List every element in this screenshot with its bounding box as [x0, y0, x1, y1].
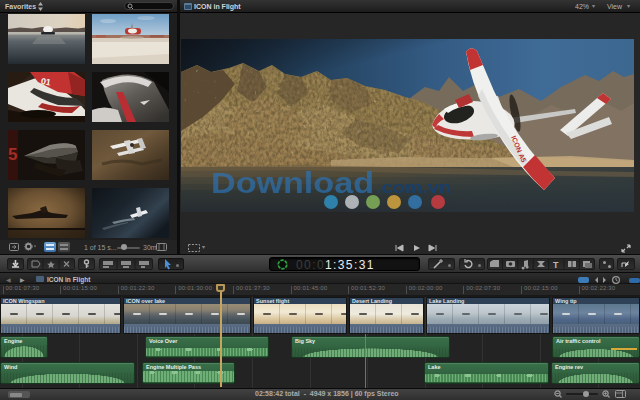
- svg-text:Download: Download: [211, 166, 374, 199]
- svg-text:5: 5: [8, 145, 17, 164]
- svg-text:T: T: [553, 260, 559, 270]
- svg-text:01: 01: [40, 76, 52, 88]
- svg-text:.com.vn: .com.vn: [376, 179, 451, 196]
